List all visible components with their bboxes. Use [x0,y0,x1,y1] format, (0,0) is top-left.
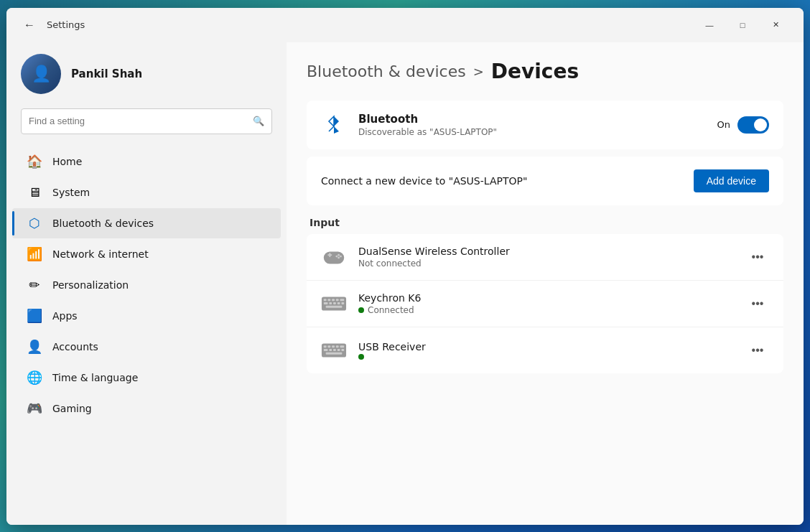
user-section: 👤 Pankil Shah [6,42,287,108]
sidebar-item-label: Network & internet [52,248,149,260]
bluetooth-title: Bluetooth [358,113,706,126]
device-status: Connected [358,305,735,315]
network-icon: 📶 [27,246,42,262]
svg-rect-29 [341,349,344,351]
devices-card: DualSense Wireless Controller Not connec… [307,234,783,373]
add-device-button[interactable]: Add device [694,169,769,192]
svg-rect-18 [326,305,343,307]
sidebar: 👤 Pankil Shah 🔍 🏠 Home 🖥 Syst [6,42,287,525]
svg-point-3 [338,253,340,256]
device-status: Not connected [358,258,735,269]
svg-rect-2 [329,253,330,257]
svg-rect-11 [336,299,339,301]
svg-rect-16 [338,302,340,304]
accounts-icon: 👤 [27,339,42,355]
input-section-title: Input [307,217,783,228]
svg-rect-10 [332,299,335,301]
device-name: Keychron K6 [358,292,735,304]
table-row: USB Receiver ••• [307,327,783,373]
svg-rect-9 [327,299,330,301]
home-icon: 🏠 [27,154,42,169]
svg-rect-26 [329,349,332,351]
breadcrumb-separator: > [473,64,484,79]
svg-rect-23 [336,345,339,347]
svg-rect-25 [324,349,328,351]
device-info: Keychron K6 Connected [358,292,735,315]
sidebar-item-network[interactable]: 📶 Network & internet [12,239,281,269]
controller-icon [321,244,347,270]
window-controls: — □ ✕ [693,14,792,37]
time-language-icon: 🌐 [27,370,42,386]
svg-rect-13 [324,302,328,304]
personalization-icon: ✏️ [27,277,42,293]
status-dot [358,354,364,360]
sidebar-item-label: Bluetooth & devices [52,218,154,229]
sidebar-item-home[interactable]: 🏠 Home [12,146,281,177]
add-device-card: Connect a new device to "ASUS-LAPTOP" Ad… [307,157,783,205]
main-panel: Bluetooth & devices > Devices [287,42,804,525]
svg-rect-17 [341,302,344,304]
sidebar-item-gaming[interactable]: 🎮 Gaming [12,393,281,424]
bluetooth-subtitle: Discoverable as "ASUS-LAPTOP" [358,127,706,137]
bluetooth-toggle[interactable] [737,116,769,134]
device-info: DualSense Wireless Controller Not connec… [358,246,735,269]
window-title: Settings [47,19,85,30]
device-info: USB Receiver [358,341,735,360]
breadcrumb-parent[interactable]: Bluetooth & devices [307,62,466,80]
svg-rect-22 [332,345,335,347]
device-name: USB Receiver [358,341,735,353]
sidebar-item-label: Accounts [52,341,98,353]
svg-rect-21 [327,345,330,347]
usb-keyboard-icon [321,337,347,363]
avatar: 👤 [21,54,61,94]
maximize-button[interactable]: □ [726,14,759,37]
device-more-button[interactable]: ••• [746,339,769,362]
sidebar-item-bluetooth[interactable]: ⬡ Bluetooth & devices [12,208,281,238]
nav-list: 🏠 Home 🖥 System ⬡ Bluetooth & devices 📶 … [6,146,287,525]
svg-rect-12 [340,299,345,301]
bluetooth-icon [321,112,347,138]
svg-rect-0 [324,251,344,263]
device-status [358,354,735,360]
table-row: DualSense Wireless Controller Not connec… [307,234,783,281]
sidebar-item-label: Home [52,156,82,167]
connect-text: Connect a new device to "ASUS-LAPTOP" [321,175,682,187]
breadcrumb-current: Devices [491,60,579,83]
search-box: 🔍 [21,108,272,134]
device-name: DualSense Wireless Controller [358,246,735,257]
svg-rect-24 [340,345,345,347]
svg-rect-30 [326,352,343,354]
sidebar-item-personalization[interactable]: ✏️ Personalization [12,270,281,300]
sidebar-item-apps[interactable]: 🟦 Apps [12,301,281,331]
sidebar-item-label: System [52,187,90,198]
sidebar-item-system[interactable]: 🖥 System [12,177,281,207]
back-button[interactable]: ← [18,14,41,37]
bluetooth-toggle-group: On [717,116,769,134]
main-content: 👤 Pankil Shah 🔍 🏠 Home 🖥 Syst [6,42,804,525]
svg-rect-27 [333,349,336,351]
search-input[interactable] [29,116,247,126]
device-more-button[interactable]: ••• [746,246,769,269]
minimize-button[interactable]: — [693,14,726,37]
sidebar-item-label: Gaming [52,403,92,414]
bluetooth-info: Bluetooth Discoverable as "ASUS-LAPTOP" [358,113,706,137]
search-container: 🔍 [6,108,287,146]
status-dot [358,307,364,313]
svg-rect-15 [333,302,336,304]
apps-icon: 🟦 [27,308,42,324]
sidebar-item-accounts[interactable]: 👤 Accounts [12,332,281,362]
device-more-button[interactable]: ••• [746,292,769,315]
settings-window: ← Settings — □ ✕ 👤 Pankil Shah 🔍 [6,8,804,525]
keyboard-icon [321,291,347,317]
svg-point-5 [335,255,338,257]
titlebar: ← Settings — □ ✕ [6,8,804,42]
close-button[interactable]: ✕ [759,14,792,37]
search-icon: 🔍 [253,116,264,126]
svg-point-4 [340,255,342,257]
svg-rect-28 [338,349,340,351]
svg-point-6 [338,256,340,258]
svg-rect-14 [329,302,332,304]
sidebar-item-time-language[interactable]: 🌐 Time & language [12,363,281,393]
username: Pankil Shah [71,67,142,80]
bluetooth-card: Bluetooth Discoverable as "ASUS-LAPTOP" … [307,101,783,149]
